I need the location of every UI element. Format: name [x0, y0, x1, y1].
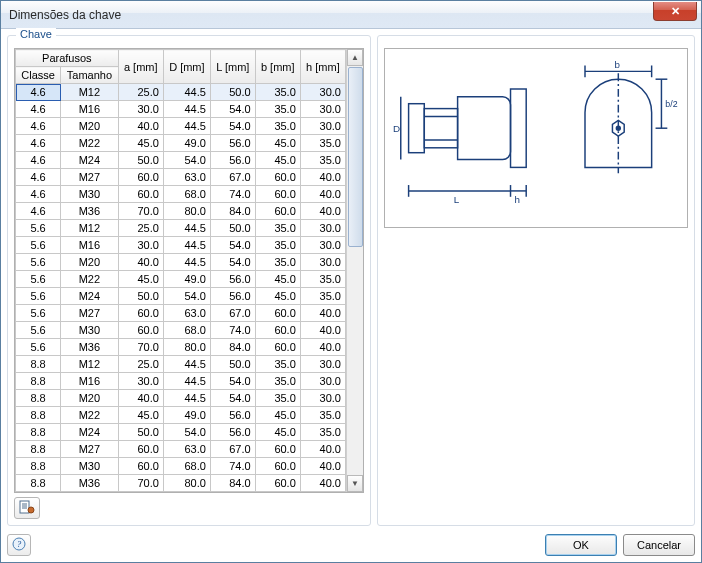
table-cell[interactable]: M16 — [61, 237, 119, 254]
table-cell[interactable]: 4.6 — [16, 203, 61, 220]
table-cell[interactable]: 44.5 — [163, 390, 210, 407]
table-cell[interactable]: 30.0 — [118, 237, 163, 254]
info-button[interactable] — [14, 497, 40, 519]
table-row[interactable]: 5.6M2040.044.554.035.030.0 — [16, 254, 346, 271]
vertical-scrollbar[interactable]: ▲ ▼ — [346, 49, 363, 492]
table-cell[interactable]: 45.0 — [255, 407, 300, 424]
table-cell[interactable]: M27 — [61, 305, 119, 322]
table-cell[interactable]: 54.0 — [210, 373, 255, 390]
table-cell[interactable]: 68.0 — [163, 458, 210, 475]
table-cell[interactable]: 8.8 — [16, 424, 61, 441]
table-cell[interactable]: 60.0 — [255, 441, 300, 458]
table-cell[interactable]: 40.0 — [118, 390, 163, 407]
table-cell[interactable]: 40.0 — [300, 322, 345, 339]
table-cell[interactable]: 30.0 — [300, 101, 345, 118]
table-cell[interactable]: 4.6 — [16, 118, 61, 135]
table-row[interactable]: 5.6M3670.080.084.060.040.0 — [16, 339, 346, 356]
table-cell[interactable]: 30.0 — [300, 220, 345, 237]
table-cell[interactable]: 60.0 — [255, 458, 300, 475]
table-cell[interactable]: 45.0 — [118, 135, 163, 152]
table-cell[interactable]: M24 — [61, 424, 119, 441]
table-row[interactable]: 5.6M1225.044.550.035.030.0 — [16, 220, 346, 237]
table-cell[interactable]: 8.8 — [16, 407, 61, 424]
col-h[interactable]: h [mm] — [300, 50, 345, 84]
table-cell[interactable]: 84.0 — [210, 339, 255, 356]
table-row[interactable]: 8.8M1225.044.550.035.030.0 — [16, 356, 346, 373]
table-cell[interactable]: 44.5 — [163, 237, 210, 254]
table-cell[interactable]: 80.0 — [163, 339, 210, 356]
table-row[interactable]: 4.6M3060.068.074.060.040.0 — [16, 186, 346, 203]
table-cell[interactable]: 70.0 — [118, 475, 163, 492]
table-cell[interactable]: M20 — [61, 390, 119, 407]
table-cell[interactable]: 35.0 — [255, 118, 300, 135]
table-cell[interactable]: 40.0 — [300, 458, 345, 475]
table-cell[interactable]: 40.0 — [300, 441, 345, 458]
table-cell[interactable]: 63.0 — [163, 169, 210, 186]
table-cell[interactable]: 8.8 — [16, 441, 61, 458]
table-cell[interactable]: 63.0 — [163, 441, 210, 458]
table-cell[interactable]: 40.0 — [118, 118, 163, 135]
table-cell[interactable]: 80.0 — [163, 475, 210, 492]
table-cell[interactable]: 60.0 — [118, 186, 163, 203]
table-cell[interactable]: 35.0 — [255, 373, 300, 390]
table-cell[interactable]: M16 — [61, 101, 119, 118]
scroll-up-arrow[interactable]: ▲ — [347, 49, 363, 66]
table-row[interactable]: 4.6M2760.063.067.060.040.0 — [16, 169, 346, 186]
table-row[interactable]: 8.8M2245.049.056.045.035.0 — [16, 407, 346, 424]
table-cell[interactable]: M20 — [61, 118, 119, 135]
table-cell[interactable]: 30.0 — [300, 254, 345, 271]
table-cell[interactable]: 30.0 — [300, 237, 345, 254]
table-cell[interactable]: 56.0 — [210, 424, 255, 441]
table-cell[interactable]: 35.0 — [255, 390, 300, 407]
table-cell[interactable]: 50.0 — [210, 220, 255, 237]
table-cell[interactable]: M12 — [61, 220, 119, 237]
table-cell[interactable]: 40.0 — [300, 186, 345, 203]
dimensions-table[interactable]: Parafusos a [mm] D [mm] L [mm] b [mm] h … — [15, 49, 346, 492]
table-cell[interactable]: 30.0 — [300, 390, 345, 407]
table-cell[interactable]: 35.0 — [255, 237, 300, 254]
table-cell[interactable]: 70.0 — [118, 203, 163, 220]
table-cell[interactable]: 35.0 — [255, 84, 300, 101]
col-l[interactable]: L [mm] — [210, 50, 255, 84]
table-cell[interactable]: 4.6 — [16, 169, 61, 186]
table-cell[interactable]: M27 — [61, 169, 119, 186]
table-cell[interactable]: 60.0 — [255, 322, 300, 339]
table-row[interactable]: 8.8M1630.044.554.035.030.0 — [16, 373, 346, 390]
table-cell[interactable]: 8.8 — [16, 390, 61, 407]
table-cell[interactable]: 45.0 — [255, 288, 300, 305]
table-row[interactable]: 4.6M1630.044.554.035.030.0 — [16, 101, 346, 118]
table-cell[interactable]: 30.0 — [118, 373, 163, 390]
table-cell[interactable]: 25.0 — [118, 84, 163, 101]
table-cell[interactable]: 60.0 — [118, 169, 163, 186]
table-cell[interactable]: 45.0 — [255, 271, 300, 288]
table-cell[interactable]: 60.0 — [255, 186, 300, 203]
table-cell[interactable]: M16 — [61, 373, 119, 390]
table-cell[interactable]: 8.8 — [16, 373, 61, 390]
table-cell[interactable]: 5.6 — [16, 339, 61, 356]
cancel-button[interactable]: Cancelar — [623, 534, 695, 556]
table-cell[interactable]: 44.5 — [163, 254, 210, 271]
table-cell[interactable]: 54.0 — [163, 424, 210, 441]
table-cell[interactable]: 60.0 — [255, 305, 300, 322]
table-cell[interactable]: 56.0 — [210, 135, 255, 152]
table-cell[interactable]: 44.5 — [163, 356, 210, 373]
table-cell[interactable]: 4.6 — [16, 84, 61, 101]
table-cell[interactable]: M22 — [61, 271, 119, 288]
table-row[interactable]: 5.6M2760.063.067.060.040.0 — [16, 305, 346, 322]
table-cell[interactable]: 54.0 — [210, 118, 255, 135]
table-cell[interactable]: 80.0 — [163, 203, 210, 220]
table-cell[interactable]: 54.0 — [210, 237, 255, 254]
table-cell[interactable]: 35.0 — [300, 152, 345, 169]
table-row[interactable]: 4.6M2450.054.056.045.035.0 — [16, 152, 346, 169]
table-cell[interactable]: 35.0 — [300, 424, 345, 441]
table-cell[interactable]: 70.0 — [118, 339, 163, 356]
table-cell[interactable]: 5.6 — [16, 305, 61, 322]
col-d[interactable]: D [mm] — [163, 50, 210, 84]
table-row[interactable]: 4.6M2245.049.056.045.035.0 — [16, 135, 346, 152]
table-cell[interactable]: 49.0 — [163, 135, 210, 152]
table-cell[interactable]: 40.0 — [118, 254, 163, 271]
table-cell[interactable]: 84.0 — [210, 475, 255, 492]
table-cell[interactable]: 60.0 — [255, 339, 300, 356]
col-classe[interactable]: Classe — [16, 67, 61, 84]
table-cell[interactable]: 54.0 — [210, 101, 255, 118]
